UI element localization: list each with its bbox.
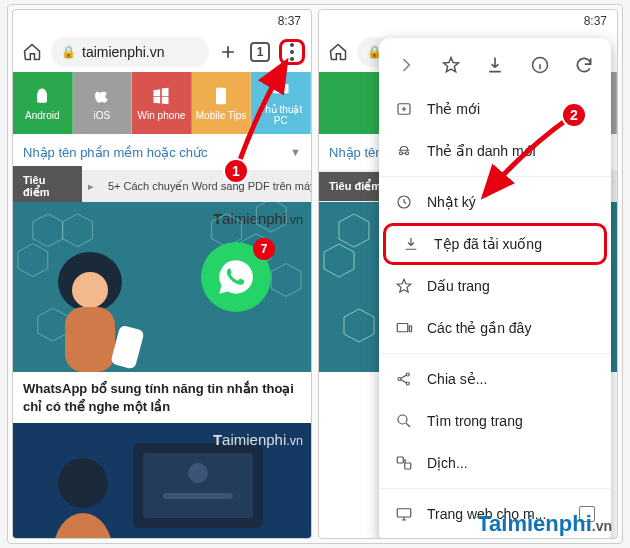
nav-winphone[interactable]: Win phone	[132, 72, 192, 134]
overflow-menu-button[interactable]	[279, 39, 305, 65]
lock-icon: 🔒	[61, 45, 76, 59]
search-placeholder: Nhập tên phần mềm hoặc chức	[23, 145, 208, 160]
article-hero: Taimienphi.vn 7	[13, 202, 311, 372]
svg-point-9	[58, 458, 108, 508]
nav-thuthuatpc[interactable]: Thủ thuật PC	[251, 72, 311, 134]
svg-point-1	[72, 272, 108, 308]
menu-divider	[379, 176, 611, 177]
star-icon[interactable]	[438, 52, 464, 78]
home-icon[interactable]	[19, 39, 45, 65]
svg-rect-20	[405, 463, 411, 469]
menu-history[interactable]: Nhật ký	[379, 181, 611, 223]
menu-divider	[379, 488, 611, 489]
svg-rect-3	[110, 325, 145, 370]
annotation-step-1: 1	[223, 158, 249, 184]
svg-point-15	[398, 378, 401, 381]
annotation-step-2: 2	[561, 102, 587, 128]
svg-point-18	[398, 415, 407, 424]
forward-icon[interactable]	[393, 52, 419, 78]
clock: 8:37	[278, 14, 301, 28]
person-illustration	[35, 252, 145, 372]
svg-rect-21	[397, 509, 411, 517]
download-icon[interactable]	[482, 52, 508, 78]
article-card[interactable]: Taimienphi.vn 7 WhatsApp bổ sung tính nă…	[13, 202, 311, 539]
status-bar: 8:37	[13, 10, 311, 32]
svg-point-16	[406, 373, 409, 376]
reload-icon[interactable]	[571, 52, 597, 78]
article-hero-2: Taimienphi.vn	[13, 423, 311, 539]
svg-point-17	[406, 382, 409, 385]
svg-rect-19	[397, 457, 403, 463]
tab-switcher[interactable]: 1	[247, 39, 273, 65]
menu-toolbar	[379, 46, 611, 88]
chevron-down-icon: ▼	[290, 146, 301, 158]
menu-recent-tabs[interactable]: Các thẻ gần đây	[379, 307, 611, 349]
notification-badge: 7	[253, 238, 275, 260]
svg-rect-14	[409, 326, 411, 332]
more-vert-icon	[290, 43, 294, 61]
menu-downloads[interactable]: Tệp đã tải xuống	[383, 223, 607, 265]
svg-rect-2	[65, 307, 115, 372]
svg-point-8	[53, 513, 113, 539]
svg-rect-7	[163, 493, 233, 499]
breadcrumb-tag: Tiêu điểm	[13, 166, 82, 207]
menu-bookmarks[interactable]: Dấu trang	[379, 265, 611, 307]
hero2-watermark: Taimienphi.vn	[213, 431, 303, 448]
site-nav: Android iOS Win phone Mobile Tips Thủ th…	[13, 72, 311, 134]
nav-ios[interactable]: iOS	[73, 72, 133, 134]
article-title[interactable]: WhatsApp bổ sung tính năng tin nhắn thoạ…	[13, 372, 311, 423]
menu-divider	[379, 353, 611, 354]
home-icon[interactable]	[325, 39, 351, 65]
svg-rect-5	[143, 453, 253, 518]
omnibox-row: 🔒 taimienphi.vn 1	[13, 32, 311, 72]
status-bar: 8:37	[319, 10, 617, 32]
menu-incognito[interactable]: Thẻ ẩn danh mới	[379, 130, 611, 172]
url-bar[interactable]: 🔒 taimienphi.vn	[51, 37, 209, 67]
phone-left: 8:37 🔒 taimienphi.vn 1 Android iOS Win p…	[12, 9, 312, 539]
menu-share[interactable]: Chia sẻ...	[379, 358, 611, 400]
svg-point-6	[188, 463, 208, 483]
new-tab-icon[interactable]	[215, 39, 241, 65]
whatsapp-icon: 7	[201, 242, 271, 312]
info-icon[interactable]	[527, 52, 553, 78]
bullet-icon: ▸	[82, 180, 100, 193]
menu-find[interactable]: Tìm trong trang	[379, 400, 611, 442]
breadcrumb-text[interactable]: 5+ Cách chuyển Word sang PDF trên máy	[100, 180, 311, 193]
taimienphi-watermark: Taimienphi.vn	[477, 511, 612, 537]
clock: 8:37	[584, 14, 607, 28]
nav-android[interactable]: Android	[13, 72, 73, 134]
tutorial-frame: 8:37 🔒 taimienphi.vn 1 Android iOS Win p…	[7, 4, 623, 544]
menu-translate[interactable]: Dịch...	[379, 442, 611, 484]
breadcrumb: Tiêu điểm ▸ 5+ Cách chuyển Word sang PDF…	[13, 170, 311, 202]
svg-rect-13	[397, 324, 408, 332]
nav-mobiletips[interactable]: Mobile Tips	[192, 72, 252, 134]
url-text: taimienphi.vn	[82, 44, 165, 60]
phone-right: 8:37 🔒 Android Nhập tên phầ Tiêu điểm Th…	[318, 9, 618, 539]
